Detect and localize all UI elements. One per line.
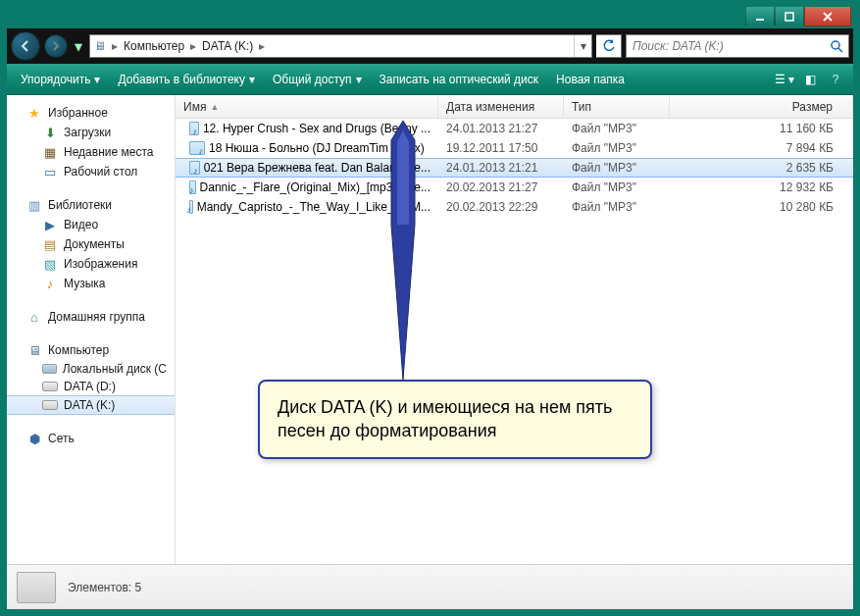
- close-button[interactable]: [804, 7, 851, 26]
- refresh-button[interactable]: [596, 34, 622, 58]
- organize-menu[interactable]: Упорядочить ▾: [13, 69, 108, 90]
- column-size[interactable]: Размер: [670, 95, 853, 118]
- file-row[interactable]: Mandy_Capristo_-_The_Way_I_Like_It_(M...…: [176, 197, 853, 217]
- command-bar: Упорядочить ▾ Добавить в библиотеку ▾ Об…: [7, 64, 853, 95]
- svg-rect-0: [756, 19, 764, 21]
- file-row[interactable]: 021 Вера Брежнева feat. Dan Balan - Ле..…: [176, 158, 853, 178]
- back-button[interactable]: [11, 31, 40, 61]
- mp3-file-icon: [189, 122, 199, 135]
- sidebar-homegroup[interactable]: ⌂Домашняя группа: [7, 307, 175, 327]
- sidebar-data-d[interactable]: DATA (D:): [7, 378, 175, 395]
- file-type: Файл "MP3": [564, 180, 670, 194]
- file-type: Файл "MP3": [564, 161, 670, 175]
- file-date: 20.02.2013 22:29: [438, 200, 564, 214]
- status-item-count: Элементов: 5: [68, 581, 141, 594]
- new-folder-button[interactable]: Новая папка: [548, 69, 632, 90]
- mp3-file-icon: [189, 141, 205, 155]
- file-row[interactable]: Dannic_-_Flare_(Original_Mix)_[mp3pulse.…: [176, 178, 853, 197]
- file-date: 20.02.2013 21:27: [438, 180, 564, 194]
- file-size: 2 635 КБ: [670, 161, 853, 175]
- maximize-button[interactable]: [775, 7, 804, 26]
- callout-arrow-icon: [374, 117, 432, 391]
- file-list-area: Имя ▲ Дата изменения Тип Размер 12. Hype…: [176, 95, 853, 564]
- sidebar-network[interactable]: ⬢Сеть: [7, 429, 175, 448]
- view-options-icon[interactable]: ☰ ▾: [773, 68, 796, 91]
- sidebar-computer[interactable]: 🖥Компьютер: [7, 340, 175, 360]
- search-box[interactable]: [626, 34, 849, 58]
- explorer-window: ▾ 🖥 ▸ Компьютер ▸ DATA (K:) ▸ ▾ Упорядоч…: [0, 0, 860, 616]
- mp3-file-icon: [189, 161, 200, 175]
- column-date[interactable]: Дата изменения: [438, 95, 564, 118]
- column-type[interactable]: Тип: [564, 95, 670, 118]
- mp3-file-icon: [189, 180, 196, 194]
- nav-bar: ▾ 🖥 ▸ Компьютер ▸ DATA (K:) ▸ ▾: [7, 28, 853, 64]
- history-dropdown[interactable]: ▾: [72, 33, 85, 59]
- column-headers: Имя ▲ Дата изменения Тип Размер: [176, 95, 853, 119]
- preview-pane-icon[interactable]: ◧: [798, 68, 822, 91]
- sidebar-favorites[interactable]: ★Избранное: [7, 103, 175, 123]
- address-bar[interactable]: 🖥 ▸ Компьютер ▸ DATA (K:) ▸ ▾: [89, 34, 592, 58]
- minimize-button[interactable]: [745, 7, 775, 26]
- file-date: 24.01.2013 21:27: [438, 122, 564, 135]
- file-type: Файл "MP3": [564, 141, 670, 155]
- sidebar-downloads[interactable]: ⬇Загрузки: [7, 123, 175, 142]
- file-type: Файл "MP3": [564, 122, 670, 135]
- file-row[interactable]: 12. Hyper Crush - Sex and Drugs (Benny .…: [176, 119, 853, 138]
- file-date: 24.01.2013 21:21: [438, 161, 564, 175]
- sidebar-data-k[interactable]: DATA (K:): [7, 395, 175, 415]
- file-size: 11 160 КБ: [670, 122, 853, 135]
- search-input[interactable]: [627, 39, 825, 53]
- svg-point-2: [832, 41, 839, 49]
- status-bar: Элементов: 5: [7, 564, 853, 609]
- file-size: 12 932 КБ: [670, 180, 853, 194]
- sidebar-music[interactable]: ♪Музыка: [7, 274, 175, 293]
- explorer-body: ★Избранное ⬇Загрузки ▦Недавние места ▭Ра…: [7, 95, 853, 564]
- breadcrumb-seg-drive[interactable]: DATA (K:): [198, 35, 257, 57]
- sidebar-recent[interactable]: ▦Недавние места: [7, 142, 175, 162]
- sidebar-libraries[interactable]: ▥Библиотеки: [7, 195, 175, 215]
- file-size: 10 280 КБ: [670, 200, 853, 214]
- share-menu[interactable]: Общий доступ ▾: [265, 69, 370, 90]
- mp3-file-icon: [189, 200, 193, 214]
- window-titlebar: [7, 7, 853, 28]
- sidebar-documents[interactable]: ▤Документы: [7, 234, 175, 254]
- breadcrumb-seg-computer[interactable]: Компьютер: [120, 35, 188, 57]
- file-type: Файл "MP3": [564, 200, 670, 214]
- drive-icon: [17, 572, 56, 603]
- file-date: 19.12.2011 17:50: [438, 141, 564, 155]
- help-icon[interactable]: ?: [824, 68, 847, 91]
- sidebar-desktop[interactable]: ▭Рабочий стол: [7, 162, 175, 181]
- add-to-library-menu[interactable]: Добавить в библиотеку ▾: [110, 69, 263, 90]
- forward-button[interactable]: [44, 34, 68, 58]
- annotation-callout: Диск DATA (K) и имеющиеся на нем пять пе…: [258, 380, 652, 459]
- callout-text: Диск DATA (K) и имеющиеся на нем пять пе…: [258, 380, 652, 459]
- navigation-pane[interactable]: ★Избранное ⬇Загрузки ▦Недавние места ▭Ра…: [7, 95, 176, 564]
- column-name[interactable]: Имя ▲: [176, 95, 438, 118]
- sidebar-video[interactable]: ▶Видео: [7, 215, 175, 234]
- file-size: 7 894 КБ: [670, 141, 853, 155]
- burn-button[interactable]: Записать на оптический диск: [372, 69, 547, 90]
- address-dropdown-icon[interactable]: ▾: [574, 35, 591, 57]
- file-rows[interactable]: 12. Hyper Crush - Sex and Drugs (Benny .…: [176, 119, 853, 564]
- sidebar-images[interactable]: ▧Изображения: [7, 254, 175, 274]
- svg-rect-1: [785, 13, 793, 21]
- sidebar-local-disk-c[interactable]: Локальный диск (C: [7, 360, 175, 378]
- search-icon[interactable]: [825, 35, 848, 57]
- file-row[interactable]: 18 Нюша - Больно (DJ DreamTim remix)19.1…: [176, 138, 853, 158]
